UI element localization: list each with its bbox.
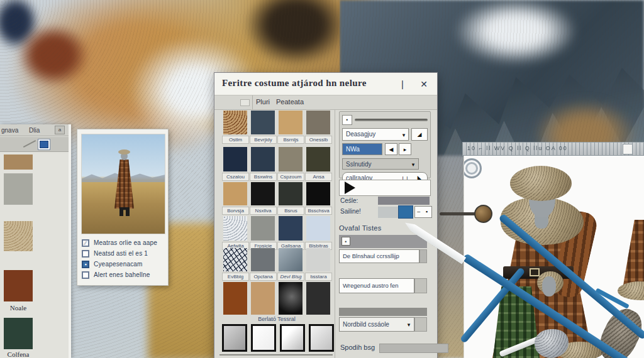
checkbox[interactable] [82,250,89,258]
swatch[interactable] [279,248,303,271]
chevron-down-icon[interactable]: ▾ [404,319,413,329]
photo-figure-hat [118,149,130,155]
gradient-square[interactable] [222,324,247,352]
swatch[interactable] [251,182,275,205]
ruler-glyphs: 10 ⌐ ll WV Q ll Q llu OA 00 [467,145,568,151]
selected-color-swatch[interactable] [398,205,413,219]
swatch[interactable] [251,282,275,315]
minimize-button[interactable]: ❘ [396,77,409,91]
sailine-bar [378,207,398,218]
swatch-label: Onesslb [305,136,332,144]
field-sslnutidy[interactable]: Sslnutidy [342,158,419,170]
swatch[interactable] [279,216,303,241]
close-button[interactable]: ✕ [417,77,431,91]
curved-arrow-button[interactable]: ◢ [411,128,428,141]
checkbox[interactable]: ∕∕ [82,239,89,247]
checkbox-row: Alert enes bahellne [82,271,166,281]
sidebar-swatch-label: Noale [0,304,36,312]
checkbox[interactable]: ▪ [82,261,89,268]
swatch[interactable] [306,248,330,271]
sidebar-swatch[interactable] [4,221,33,251]
tab-mini-button[interactable] [240,99,250,106]
swatch-label: Cspzoum [277,173,304,181]
swatch[interactable] [223,147,247,171]
dialog-tabrow: Pluri Peateata [214,95,437,110]
swatch[interactable] [306,111,330,134]
sidebar-title: Dlia [29,127,40,134]
sidebar-swatch[interactable] [4,173,33,205]
field-wregenud[interactable]: Wregenud austro fen [339,278,414,293]
ball-stylus-tip [474,205,492,223]
dropdown-button[interactable] [414,317,427,332]
active-color-swatch[interactable] [38,139,50,150]
gradient-square[interactable] [251,324,276,352]
swatch-label: Bsrus [277,207,304,215]
swatch[interactable] [306,147,330,171]
swatch-label: Bevrjidy [250,136,277,144]
swatch[interactable] [223,248,247,271]
sidebar-header-left-text: gnava [1,127,18,134]
field-stub[interactable] [419,249,427,263]
swatch[interactable] [279,282,303,315]
swatch-label: Borvsja [222,207,249,215]
field-blnshaul[interactable]: De Blnshaul ccrssllijp [339,249,419,263]
swatch-label: Devl Blsg [277,273,304,281]
swatch[interactable] [223,282,247,315]
swatch[interactable] [251,147,275,171]
sailine-label: Sailine! [340,208,361,215]
swatch[interactable] [251,111,275,134]
swatch-label: Cszalou [222,173,249,181]
highlighted-field[interactable]: NWa [342,143,382,155]
dialog-titlebar[interactable]: Feritre costume atjárod hn nelure ❘ ✕ [214,73,437,95]
gradient-square[interactable] [280,324,305,352]
dropdown-deasagjuy[interactable]: Deasagjuy [342,128,409,141]
swatch[interactable] [223,182,247,205]
tab-pluri[interactable]: Pluri [256,98,270,106]
spodih-label: Spodih bsg [340,344,375,351]
sidebar-swatch[interactable] [4,270,33,301]
field-button[interactable] [414,278,427,293]
sidebar-swatch[interactable] [4,155,33,170]
swatch-label: Bsxwlns [250,173,277,181]
swatch-sidebar: gnava Dlia a Noale Colfena [0,124,71,358]
chevron-down-icon[interactable]: ▾ [400,129,408,139]
swatch[interactable] [306,216,330,241]
reference-photo-card: ∕∕ Meatras orlie ea aape Neatsd asti el … [77,129,169,286]
swatch[interactable] [251,216,275,241]
gradient-square[interactable] [309,324,334,352]
checkbox[interactable] [82,271,89,279]
slider-groove[interactable] [355,119,428,121]
slider-knob[interactable]: ▪ [342,115,352,125]
cesle-bar [378,197,430,205]
swatch-label: Bsschsva [305,207,332,215]
swatch[interactable] [306,282,330,315]
sidebar-header-button[interactable]: a [55,126,65,134]
sidebar-swatch[interactable] [4,318,33,349]
swatch[interactable] [279,147,303,171]
dropdown-nordbild[interactable]: Nordbild cssáole [339,317,414,332]
canvas-ruler: 10 ⌐ ll WV Q ll Q llu OA 00 [462,142,644,156]
color-spinner[interactable]: – ▪ [414,206,432,218]
option-bar: ▪ [339,235,427,248]
mannequin-hand [542,276,556,296]
swatch[interactable] [279,111,303,134]
arrow-left-button[interactable]: ◀ [385,143,397,155]
cesle-label: Ceśle: [340,197,358,204]
reference-photo [81,134,165,234]
swatch[interactable] [251,248,275,271]
swatch[interactable] [306,182,330,205]
swatch[interactable] [279,182,303,205]
preview-box[interactable] [339,180,431,196]
mannequin-fur-hat [510,166,572,201]
sidebar-toolbar [0,137,69,152]
option-checkbox[interactable]: ▪ [341,237,350,246]
arrow-right-button[interactable]: ▸ [399,143,411,155]
swatch[interactable] [223,216,247,241]
tab-peateata[interactable]: Peateata [276,98,304,106]
circle-tool-icon[interactable] [464,158,482,178]
chevron-down-icon[interactable]: ▾ [409,159,418,168]
photo-figure-coat [114,160,134,209]
bottom-divider [219,354,333,355]
swatch[interactable] [223,111,247,134]
ruler-button[interactable] [623,144,633,155]
